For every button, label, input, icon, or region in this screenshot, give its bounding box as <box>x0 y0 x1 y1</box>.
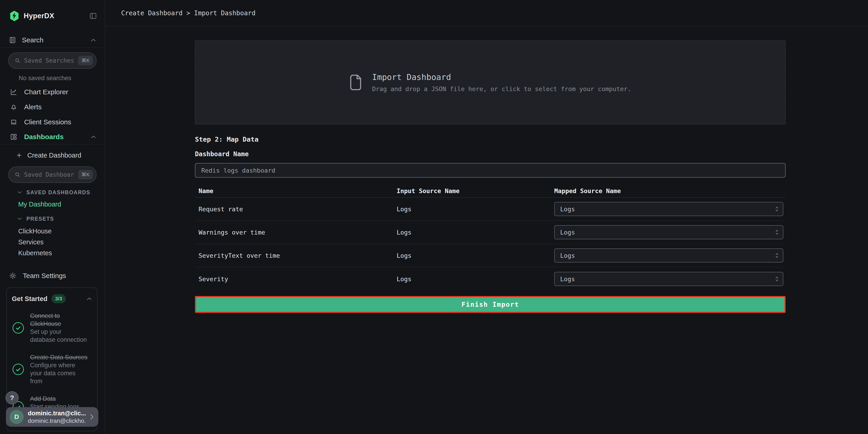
sidebar-item-label: Dashboards <box>24 133 84 141</box>
saved-dashboards-group[interactable]: SAVED DASHBOARDS <box>0 188 105 197</box>
create-dashboard-label: Create Dashboard <box>27 152 81 159</box>
sidebar-item-label: Client Sessions <box>24 118 96 126</box>
user-email: dominic.tran@clickho... <box>28 417 86 425</box>
import-dropzone[interactable]: Import Dashboard Drag and drop a JSON fi… <box>195 40 785 124</box>
get-started-item-sources[interactable]: Create Data Sources Configure where your… <box>12 353 92 385</box>
sidebar-item-alerts[interactable]: Alerts <box>0 99 105 115</box>
bell-icon <box>10 103 17 111</box>
get-started-header[interactable]: Get Started 3/3 <box>12 294 92 303</box>
saved-dashboards-input[interactable] <box>24 171 74 178</box>
row-input-source: Logs <box>397 206 554 213</box>
sidebar-item-chart-explorer[interactable]: Chart Explorer <box>0 85 105 99</box>
dashboard-name-input[interactable] <box>195 163 785 178</box>
step-title: Step 2: Map Data <box>195 135 785 144</box>
table-row: Request rate Logs Logs <box>195 198 785 221</box>
table-row: Severity Logs Logs <box>195 267 785 290</box>
row-name: Severity <box>195 276 397 283</box>
search-logs-icon <box>9 36 16 44</box>
row-input-source: Logs <box>397 229 554 236</box>
finish-import-button[interactable]: Finish Import <box>195 296 785 313</box>
user-name: dominic.tran@clic... <box>28 410 86 417</box>
sidebar-item-team-settings[interactable]: Team Settings <box>0 269 105 283</box>
presets-group[interactable]: PRESETS <box>0 214 105 223</box>
check-circle-icon <box>12 363 25 376</box>
help-button[interactable]: ? <box>5 391 19 404</box>
chevron-up-icon <box>87 297 92 300</box>
kbd-shortcut-badge: ⌘K <box>78 56 93 65</box>
sidebar-section-search[interactable]: Search <box>0 33 105 48</box>
sidebar-item-my-dashboard[interactable]: My Dashboard <box>0 199 105 209</box>
mapped-source-select[interactable]: Logs <box>554 225 783 239</box>
sidebar-item-dashboards[interactable]: Dashboards <box>0 130 105 145</box>
plus-icon <box>16 152 22 158</box>
get-started-item-desc: Set up your database connection <box>30 328 87 343</box>
row-name: SeverityText over time <box>195 252 397 259</box>
search-section-label: Search <box>22 36 85 44</box>
main-area: Create Dashboard > Import Dashboard Impo… <box>105 0 868 434</box>
file-icon <box>349 74 362 91</box>
team-settings-label: Team Settings <box>23 272 66 280</box>
mapped-source-select[interactable]: Logs <box>554 202 783 216</box>
row-name: Request rate <box>195 206 397 213</box>
sidebar: HyperDX Search ⌘K No saved searches <box>0 0 105 434</box>
mapping-table: Name Input Source Name Mapped Source Nam… <box>195 184 785 290</box>
get-started-item-connect[interactable]: Connect to ClickHouse Set up your databa… <box>12 312 92 344</box>
sidebar-item-label: Alerts <box>24 103 96 111</box>
sidebar-item-clickhouse[interactable]: ClickHouse <box>0 226 105 237</box>
table-row: Warnings over time Logs Logs <box>195 221 785 244</box>
sidebar-item-services[interactable]: Services <box>0 237 105 248</box>
saved-dashboards-searchbox[interactable]: ⌘K <box>8 166 97 183</box>
row-input-source: Logs <box>397 276 554 283</box>
logo-row: HyperDX <box>0 9 105 23</box>
search-icon <box>14 58 21 64</box>
get-started-items: Connect to ClickHouse Set up your databa… <box>12 312 92 419</box>
check-circle-icon <box>12 321 25 334</box>
search-icon <box>14 172 21 178</box>
dropzone-title: Import Dashboard <box>372 72 631 82</box>
mapping-table-header: Name Input Source Name Mapped Source Nam… <box>195 184 785 198</box>
select-value: Logs <box>560 252 769 259</box>
saved-searches-searchbox[interactable]: ⌘K <box>8 52 97 69</box>
dashboards-icon <box>10 133 17 141</box>
mapped-source-select[interactable]: Logs <box>554 248 783 262</box>
sidebar-item-client-sessions[interactable]: Client Sessions <box>0 115 105 130</box>
column-header-mapped-source: Mapped Source Name <box>554 187 785 194</box>
chevron-down-icon <box>17 191 22 194</box>
sidebar-nav: Chart Explorer Alerts Client Sessions Da… <box>0 85 105 145</box>
column-header-input-source: Input Source Name <box>397 187 554 194</box>
no-saved-searches-text: No saved searches <box>19 75 105 82</box>
topbar: Create Dashboard > Import Dashboard <box>105 0 868 26</box>
app-root: HyperDX Search ⌘K No saved searches <box>0 0 868 434</box>
create-dashboard-button[interactable]: Create Dashboard <box>0 148 105 162</box>
presets-group-label: PRESETS <box>26 216 54 222</box>
import-dashboard-content: Import Dashboard Drag and drop a JSON fi… <box>195 26 785 313</box>
dropzone-subtitle: Drag and drop a JSON file here, or click… <box>372 85 631 92</box>
chevron-right-icon <box>90 414 94 420</box>
select-chevrons-icon <box>775 252 779 258</box>
brand-title: HyperDX <box>24 12 86 20</box>
progress-badge: 3/3 <box>52 294 66 303</box>
kbd-shortcut-badge: ⌘K <box>78 170 93 179</box>
sidebar-collapse-icon[interactable] <box>90 13 97 19</box>
get-started-title: Get Started <box>12 295 48 303</box>
row-name: Warnings over time <box>195 229 397 236</box>
gear-icon <box>9 272 17 279</box>
get-started-item-title: Create Data Sources <box>30 354 87 361</box>
hyperdx-logo-icon <box>9 10 20 22</box>
table-row: SeverityText over time Logs Logs <box>195 244 785 267</box>
select-value: Logs <box>560 206 769 213</box>
laptop-icon <box>10 118 17 126</box>
sidebar-item-kubernetes[interactable]: Kubernetes <box>0 248 105 258</box>
get-started-item-title: Connect to ClickHouse <box>30 312 61 327</box>
chevron-up-icon <box>91 135 96 138</box>
sidebar-item-label: Chart Explorer <box>24 88 96 96</box>
mapped-source-select[interactable]: Logs <box>554 272 783 286</box>
select-value: Logs <box>560 229 769 236</box>
get-started-item-desc: Configure where your data comes from <box>30 362 75 384</box>
user-profile-chip[interactable]: D dominic.tran@clic... dominic.tran@clic… <box>6 407 98 427</box>
avatar: D <box>9 410 24 424</box>
row-input-source: Logs <box>397 252 554 259</box>
dashboard-name-label: Dashboard Name <box>195 150 785 158</box>
saved-searches-input[interactable] <box>24 57 74 64</box>
chevron-down-icon <box>17 217 22 220</box>
